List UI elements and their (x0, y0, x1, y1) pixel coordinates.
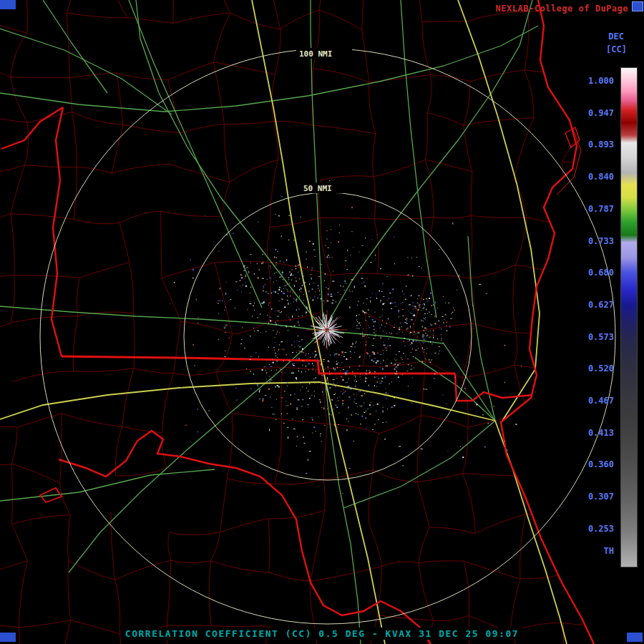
corner-icon-top-right (632, 1, 643, 11)
radar-echoes (170, 180, 536, 494)
highway (0, 26, 538, 112)
product-date-label: DEC (608, 31, 624, 42)
status-bar-text: CORRELATION COEFFICIENT (CC) 0.5 DEG - K… (121, 628, 523, 640)
highway (0, 306, 323, 331)
alabama-georgia-border (52, 107, 63, 356)
colorbar-tick-label: 0.307 (568, 492, 614, 501)
colorbar-tick-label: 0.947 (568, 109, 614, 117)
range-ring-50nmi-label: 50 NMI (303, 184, 332, 193)
colorbar-threshold-label: TH (568, 546, 614, 556)
product-unit-label: [CC] (606, 44, 627, 54)
colorbar (620, 67, 638, 567)
status-bar: CORRELATION COEFFICIENT (CC) 0.5 DEG - K… (0, 626, 644, 640)
colorbar-tick-label: 0.787 (568, 205, 614, 213)
colorbar-tick-label: 0.573 (568, 333, 614, 341)
range-ring-100nmi-label: 100 NMI (299, 49, 332, 59)
interstate (252, 0, 385, 644)
highway (401, 0, 436, 318)
colorbar-tick-label: 0.520 (568, 364, 614, 373)
colorbar-tick-label: 0.360 (568, 460, 614, 469)
colorbar-tick-label: 0.627 (568, 301, 614, 309)
georgia-florida-border (62, 356, 455, 374)
highway (69, 331, 323, 572)
state-borders (1, 0, 594, 644)
colorbar-tick-label: 0.733 (568, 237, 614, 245)
highway (129, 0, 262, 308)
highway (325, 379, 361, 644)
colorbar-tick-label: 0.840 (568, 172, 614, 181)
highway (323, 331, 495, 421)
highway (136, 0, 323, 331)
colorbar-tick-label: 0.680 (568, 268, 614, 277)
colorbar-tick-label: 0.253 (568, 525, 614, 533)
state-border-segment (1, 107, 63, 149)
colorbar-tick-label: 0.413 (568, 429, 614, 437)
colorbar-tick-label: 1.000 (568, 77, 614, 85)
highways-primary (0, 0, 567, 644)
highway (0, 29, 172, 114)
radar-map: 100 NMI 50 NMI (0, 0, 644, 644)
site-title: NEXLAB-College of DuPage (496, 4, 628, 14)
highways-secondary (0, 0, 538, 644)
corner-marker-top-left (0, 0, 16, 9)
highway (0, 469, 215, 501)
radar-display: 100 NMI 50 NMI NEXLAB-College of DuPage … (0, 0, 644, 644)
colorbar-tick-label: 0.893 (568, 140, 614, 149)
colorbar-tick-label: 0.467 (568, 396, 614, 405)
